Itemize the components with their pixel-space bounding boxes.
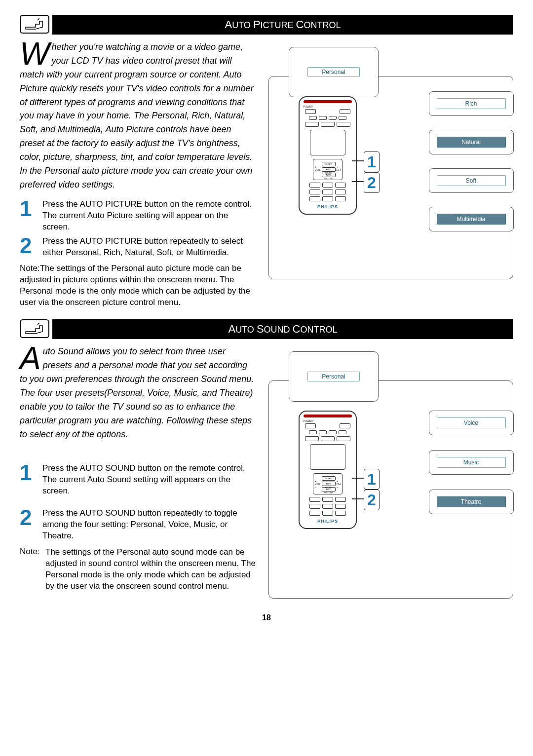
mode-soft: Soft — [437, 175, 506, 186]
tv-screen: Personal — [289, 351, 379, 402]
picture-mode-options: Rich Natural Soft Multimedia — [429, 91, 514, 231]
step-text: Press the AUTO SOUND button on the remot… — [42, 463, 257, 497]
note-body: The settings of the Personal auto sound … — [45, 547, 257, 592]
remote-brand: PHILIPS — [317, 519, 338, 524]
step-2: 2 Press the AUTO PICTURE button repeated… — [20, 236, 257, 259]
mode-rich: Rich — [437, 98, 506, 109]
step-text: Press the AUTO PICTURE button repeatedly… — [42, 236, 257, 259]
remote: POWER +VOL– SLEEP AUTOSOUND AUTOPICTURE … — [299, 96, 357, 215]
callout-2: 2 — [364, 490, 380, 510]
callout-1: 1 — [364, 151, 380, 172]
section-header-auto-sound: AUTO SOUND CONTROL — [20, 319, 513, 339]
dropcap: A — [20, 345, 43, 372]
step-number: 2 — [20, 236, 42, 256]
step-1: 1 Press the AUTO SOUND button on the rem… — [20, 463, 257, 497]
step-number: 1 — [20, 463, 42, 483]
step-1: 1 Press the AUTO PICTURE button on the r… — [20, 199, 257, 233]
sound-mode-options: Voice Music Theatre — [429, 411, 514, 514]
step-text: Press the AUTO SOUND button repeatedly t… — [42, 508, 257, 542]
illustration-auto-sound: Personal POWER +VOL– SLEEP AUTOSOUND AUT… — [268, 380, 513, 599]
mode-theatre: Theatre — [437, 496, 506, 507]
mode-natural: Natural — [437, 137, 506, 148]
section-title: AUTO PICTURE CONTROL — [52, 15, 513, 35]
tv-screen: Personal — [289, 47, 379, 97]
intro-paragraph: Auto Sound allows you to select from thr… — [20, 345, 257, 441]
callout-2: 2 — [364, 172, 380, 193]
osd-mode-badge: Personal — [307, 372, 359, 381]
remote-brand: PHILIPS — [317, 204, 338, 209]
illustration-auto-picture: Personal POWER +VOL– SLEEP AUTOSOUND AUT… — [268, 76, 513, 279]
page-number: 18 — [20, 613, 513, 622]
note-label: Note: — [20, 547, 45, 557]
mode-music: Music — [437, 457, 506, 468]
mode-voice: Voice — [437, 417, 506, 428]
remote: POWER +VOL– SLEEP AUTOSOUND AUTOPICTURE … — [299, 411, 357, 529]
dropcap: W — [20, 40, 51, 67]
intro-paragraph: Whether you're watching a movie or a vid… — [20, 40, 257, 192]
step-text: Press the AUTO PICTURE button on the rem… — [42, 199, 257, 233]
section-header-auto-picture: AUTO PICTURE CONTROL — [20, 15, 513, 35]
step-2: 2 Press the AUTO SOUND button repeatedly… — [20, 508, 257, 542]
callout-1: 1 — [364, 469, 380, 490]
section-title: AUTO SOUND CONTROL — [52, 319, 513, 339]
hand-icon — [20, 15, 49, 34]
mode-multimedia: Multimedia — [437, 214, 506, 225]
note: Note:The settings of the Personal auto p… — [20, 263, 257, 308]
hand-icon — [20, 319, 49, 338]
step-number: 1 — [20, 199, 42, 219]
step-number: 2 — [20, 508, 42, 528]
note: Note: The settings of the Personal auto … — [20, 547, 257, 592]
osd-mode-badge: Personal — [307, 67, 359, 77]
